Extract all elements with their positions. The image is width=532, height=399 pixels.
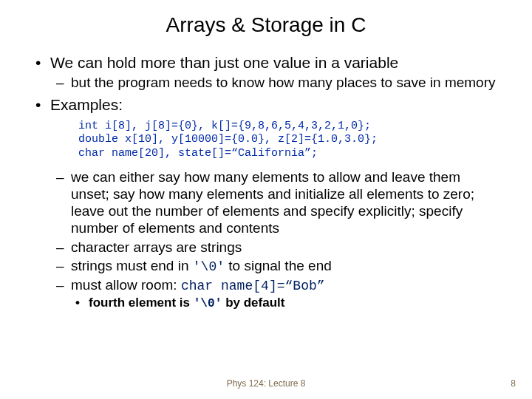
sub-item: we can either say how many elements to a… — [50, 168, 502, 237]
sub-item: must allow room: char name[4]=“Bob” four… — [50, 276, 502, 312]
inline-code: char name[4]=“Bob” — [181, 279, 325, 293]
code-line: double x[10], y[10000]={0.0}, z[2]={1.0,… — [78, 133, 502, 147]
code-line: char name[20], state[]=“California”; — [78, 147, 502, 161]
subsub-text-post: by default — [222, 296, 284, 310]
sub-text: we can either say how many elements to a… — [71, 169, 474, 236]
bullet-text: Examples: — [50, 96, 123, 113]
bullet-text: We can hold more than just one value in … — [50, 54, 398, 71]
inline-code: '\0' — [193, 259, 225, 274]
sub-list: but the program needs to know how many p… — [50, 74, 502, 91]
slide: Arrays & Storage in C We can hold more t… — [0, 0, 532, 399]
sub-text-pre: must allow room: — [71, 277, 181, 293]
sub-list: we can either say how many elements to a… — [50, 168, 502, 312]
page-number: 8 — [511, 378, 516, 389]
subsub-list: fourth element is '\0' by default — [71, 296, 502, 312]
sub-text: character arrays are strings — [71, 239, 242, 255]
sub-item: strings must end in '\0' to signal the e… — [50, 257, 502, 275]
sub-text-post: to signal the end — [225, 258, 332, 273]
page-title: Arrays & Storage in C — [30, 13, 502, 37]
code-line: int i[8], j[8]={0}, k[]={9,8,6,5,4,3,2,1… — [78, 120, 502, 134]
subsub-item: fourth element is '\0' by default — [71, 296, 502, 312]
sub-item: but the program needs to know how many p… — [50, 74, 502, 91]
footer-center: Phys 124: Lecture 8 — [0, 378, 532, 389]
sub-text-pre: strings must end in — [71, 258, 193, 273]
sub-item: character arrays are strings — [50, 239, 502, 256]
sub-text: but the program needs to know how many p… — [71, 75, 496, 90]
code-block: int i[8], j[8]={0}, k[]={9,8,6,5,4,3,2,1… — [78, 120, 502, 161]
bullet-list: We can hold more than just one value in … — [30, 53, 502, 312]
bullet-item: Examples: int i[8], j[8]={0}, k[]={9,8,6… — [30, 95, 502, 311]
inline-code: '\0' — [194, 297, 222, 310]
bullet-item: We can hold more than just one value in … — [30, 53, 502, 91]
subsub-text-pre: fourth element is — [89, 296, 194, 310]
